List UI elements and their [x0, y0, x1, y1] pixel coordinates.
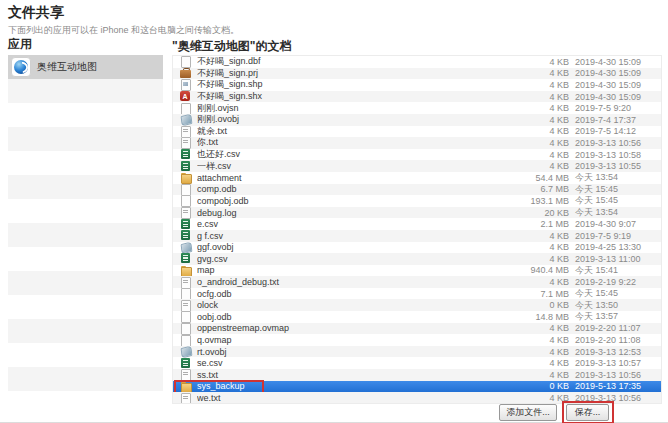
- file-date: 2019-4-25 13:30: [575, 242, 661, 252]
- file-name: gvg.csv: [197, 254, 503, 264]
- file-size: 193.1 MB: [503, 196, 569, 206]
- app-list-empty-row: [8, 271, 163, 295]
- red-badge-icon: [180, 91, 191, 102]
- apps-section-header: 应用: [8, 36, 32, 53]
- save-button[interactable]: 保存...: [566, 404, 609, 421]
- file-date: 2019-4-30 15:09: [575, 92, 661, 102]
- file-size: 4 KB: [503, 115, 569, 125]
- file-row[interactable]: se.csv 4 KB 2019-3-13 10:57: [173, 357, 661, 369]
- file-row[interactable]: rt.ovobj 4 KB 2019-3-13 12:53: [173, 346, 661, 358]
- file-name: g f.csv: [197, 231, 503, 241]
- file-name: debug.log: [197, 208, 503, 218]
- file-date: 2019-4-30 9:07: [575, 219, 661, 229]
- file-row[interactable]: ocfg.odb 7.1 MB 今天 15:45: [173, 288, 661, 300]
- file-size: 0 KB: [503, 381, 569, 391]
- file-row[interactable]: o_android_debug.txt 4 KB 2019-2-19 9:22: [173, 276, 661, 288]
- file-size: 4 KB: [503, 103, 569, 113]
- file-date: 今天 15:41: [575, 264, 661, 277]
- page-gray-icon: [180, 137, 191, 148]
- file-row[interactable]: q.ovmap 4 KB 2019-2-20 11:08: [173, 334, 661, 346]
- app-list-empty-row: [8, 319, 163, 343]
- page-gray-icon: [180, 393, 191, 404]
- file-size: 4 KB: [503, 68, 569, 78]
- folder-icon: [180, 265, 191, 276]
- app-list-empty-row: [8, 247, 163, 271]
- file-row[interactable]: debug.log 20 KB 今天 13:54: [173, 207, 661, 219]
- file-name: se.csv: [197, 358, 503, 368]
- file-row[interactable]: ss.txt 4 KB 2019-3-13 10:56: [173, 369, 661, 381]
- page-gray-icon: [180, 207, 191, 218]
- file-row[interactable]: olock 0 KB 今天 13:50: [173, 299, 661, 311]
- app-list-empty-row: [8, 343, 163, 367]
- file-row[interactable]: 就余.txt 4 KB 2019-7-5 14:12: [173, 126, 661, 138]
- excel-icon: [180, 358, 191, 369]
- file-row[interactable]: 刚刚.ovobj 4 KB 2019-7-4 17:37: [173, 114, 661, 126]
- file-name: olock: [197, 300, 503, 310]
- file-row[interactable]: oobj.odb 14.8 MB 今天 13:57: [173, 311, 661, 323]
- file-row[interactable]: 刚刚.ovjsn 4 KB 2019-7-5 9:20: [173, 102, 661, 114]
- file-row[interactable]: sys_backup 0 KB 2019-5-13 17:35: [173, 381, 661, 393]
- file-row[interactable]: compobj.odb 193.1 MB 今天 15:45: [173, 195, 661, 207]
- file-row[interactable]: 也还好.csv 4 KB 2019-3-13 10:58: [173, 149, 661, 161]
- file-row[interactable]: we.txt 4 KB 2019-3-13 10:56: [173, 392, 661, 404]
- file-size: 54.4 MB: [503, 173, 569, 183]
- add-file-button[interactable]: 添加文件...: [499, 404, 557, 421]
- file-row[interactable]: map 940.4 MB 今天 15:41: [173, 265, 661, 277]
- file-size: 4 KB: [503, 138, 569, 148]
- file-size: 7.1 MB: [503, 289, 569, 299]
- file-date: 2019-3-13 10:56: [575, 138, 661, 148]
- file-name: 一样.csv: [197, 160, 503, 173]
- file-row[interactable]: ggf.ovobj 4 KB 2019-4-25 13:30: [173, 242, 661, 254]
- file-list: 不好喝_sign.dbf 4 KB 2019-4-30 15:09 不好喝_si…: [172, 55, 662, 404]
- app-row-ovi-map[interactable]: 奥维互动地图: [8, 55, 163, 79]
- file-name: ss.txt: [197, 370, 503, 380]
- apps-list: 奥维互动地图: [8, 55, 163, 420]
- file-row[interactable]: 不好喝_sign.shp 4 KB 2019-4-30 15:09: [173, 79, 661, 91]
- file-row[interactable]: 你.txt 4 KB 2019-3-13 10:56: [173, 137, 661, 149]
- excel-icon: [180, 149, 191, 160]
- page-image-icon: [180, 79, 191, 90]
- file-date: 2019-3-13 10:56: [575, 370, 661, 380]
- file-date: 2019-3-13 10:55: [575, 161, 661, 171]
- file-row[interactable]: attachment 54.4 MB 今天 13:54: [173, 172, 661, 184]
- file-size: 4 KB: [503, 335, 569, 345]
- file-row[interactable]: comp.odb 6.7 MB 今天 15:45: [173, 184, 661, 196]
- file-date: 2019-3-13 10:57: [575, 358, 661, 368]
- file-size: 4 KB: [503, 254, 569, 264]
- file-date: 2019-2-20 11:08: [575, 335, 661, 345]
- file-size: 6.7 MB: [503, 184, 569, 194]
- file-row[interactable]: gvg.csv 4 KB 2019-3-13 11:00: [173, 253, 661, 265]
- file-row[interactable]: oppenstreemap.ovmap 4 KB 2019-2-20 11:07: [173, 323, 661, 335]
- file-row[interactable]: 一样.csv 4 KB 2019-3-13 10:55: [173, 160, 661, 172]
- page-blue-icon: [180, 114, 191, 125]
- file-size: 4 KB: [503, 242, 569, 252]
- file-row[interactable]: g f.csv 4 KB 2019-7-5 9:19: [173, 230, 661, 242]
- file-date: 2019-3-13 11:00: [575, 254, 661, 264]
- file-name: e.csv: [197, 219, 503, 229]
- app-list-empty-row: [8, 151, 163, 175]
- excel-icon: [180, 230, 191, 241]
- file-row[interactable]: 不好喝_sign.shx 4 KB 2019-4-30 15:09: [173, 91, 661, 103]
- page-title: 文件共享: [8, 4, 64, 22]
- file-size: 4 KB: [503, 358, 569, 368]
- file-row[interactable]: 不好喝_sign.prj 4 KB 2019-4-30 15:09: [173, 68, 661, 80]
- file-size: 2.1 MB: [503, 219, 569, 229]
- file-date: 2019-3-13 10:56: [575, 393, 661, 403]
- footer-toolbar: 添加文件... 保存...: [172, 404, 662, 423]
- file-size: 4 KB: [503, 277, 569, 287]
- file-row[interactable]: 不好喝_sign.dbf 4 KB 2019-4-30 15:09: [173, 56, 661, 68]
- app-name: 奥维互动地图: [37, 60, 97, 74]
- file-name: we.txt: [197, 393, 503, 403]
- page-icon: [180, 56, 191, 67]
- file-name: oobj.odb: [197, 312, 503, 322]
- file-size: 4 KB: [503, 161, 569, 171]
- file-row[interactable]: e.csv 2.1 MB 2019-4-30 9:07: [173, 218, 661, 230]
- file-size: 4 KB: [503, 150, 569, 160]
- page-icon: [180, 311, 191, 322]
- app-list-empty-row: [8, 103, 163, 127]
- app-list-empty-row: [8, 367, 163, 391]
- file-date: 2019-7-4 17:37: [575, 115, 661, 125]
- file-name: ggf.ovobj: [197, 242, 503, 252]
- file-date: 2019-7-5 9:20: [575, 103, 661, 113]
- file-date: 2019-7-5 9:19: [575, 231, 661, 241]
